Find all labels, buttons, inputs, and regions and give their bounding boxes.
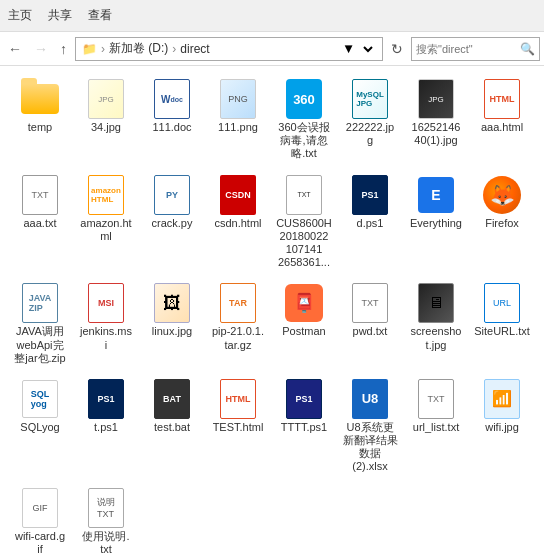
file-icon xyxy=(152,283,192,323)
file-item[interactable]: Wdoc111.doc xyxy=(140,74,204,166)
menu-view[interactable]: 查看 xyxy=(88,7,112,24)
file-label: pwd.txt xyxy=(353,325,388,338)
back-button[interactable]: ← xyxy=(4,39,26,59)
forward-button[interactable]: → xyxy=(30,39,52,59)
file-label: TEST.html xyxy=(213,421,264,434)
address-bar: ← → ↑ 📁 › 新加卷 (D:) › direct ▼ ↻ 🔍 xyxy=(0,32,544,66)
file-label: SiteURL.txt xyxy=(474,325,530,338)
file-item[interactable]: 📶wifi.jpg xyxy=(470,374,534,479)
search-input[interactable] xyxy=(416,43,516,55)
search-bar: 🔍 xyxy=(411,37,540,61)
file-icon: TXT xyxy=(416,379,456,419)
file-item[interactable]: PS1d.ps1 xyxy=(338,170,402,275)
file-item[interactable]: JPG1625214640(1).jpg xyxy=(404,74,468,166)
breadcrumb-drive[interactable]: 新加卷 (D:) xyxy=(109,40,168,57)
file-item[interactable]: GIFwifi-card.gif xyxy=(8,483,72,553)
file-label: t.ps1 xyxy=(94,421,118,434)
file-label: 111.png xyxy=(218,121,258,134)
file-icon: URL xyxy=(482,283,522,323)
file-icon: E xyxy=(416,175,456,215)
file-label: wifi.jpg xyxy=(485,421,519,434)
file-icon: GIF xyxy=(20,488,60,528)
file-item[interactable]: MySQLJPG222222.jpg xyxy=(338,74,402,166)
breadcrumb-sep2: › xyxy=(172,42,176,56)
file-icon: PY xyxy=(152,175,192,215)
file-icon: 说明TXT xyxy=(86,488,126,528)
file-label: 111.doc xyxy=(152,121,191,134)
file-label: wifi-card.gif xyxy=(15,530,65,553)
file-icon: amazonHTML xyxy=(86,175,126,215)
file-item[interactable]: BATtest.bat xyxy=(140,374,204,479)
file-icon: PNG xyxy=(218,79,258,119)
file-label: 1625214640(1).jpg xyxy=(412,121,461,147)
file-item[interactable]: TXTaaa.txt xyxy=(8,170,72,275)
file-icon: U8 xyxy=(350,379,390,419)
file-label: TTTT.ps1 xyxy=(281,421,327,434)
file-icon: CSDN xyxy=(218,175,258,215)
file-label: 34.jpg xyxy=(91,121,121,134)
menu-share[interactable]: 共享 xyxy=(48,7,72,24)
file-item[interactable]: URLSiteURL.txt xyxy=(470,278,534,370)
file-icon: 🦊 xyxy=(482,175,522,215)
file-item[interactable]: linux.jpg xyxy=(140,278,204,370)
file-icon: 🖥 xyxy=(416,283,456,323)
file-icon: TXT xyxy=(20,175,60,215)
file-label: crack.py xyxy=(152,217,193,230)
refresh-button[interactable]: ↻ xyxy=(387,39,407,59)
file-icon: MySQLJPG xyxy=(350,79,390,119)
menu-bar: 主页 共享 查看 xyxy=(8,7,112,24)
file-label: JAVA调用webApi完整jar包.zip xyxy=(14,325,65,365)
file-item[interactable]: SQLyogSQLyog xyxy=(8,374,72,479)
breadcrumb-separator: › xyxy=(101,42,105,56)
file-item[interactable]: TXTpwd.txt xyxy=(338,278,402,370)
file-item[interactable]: MSIjenkins.msi xyxy=(74,278,138,370)
file-icon: 📶 xyxy=(482,379,522,419)
search-icon[interactable]: 🔍 xyxy=(520,42,535,56)
file-item[interactable]: 🖥screenshot.jpg xyxy=(404,278,468,370)
path-dropdown[interactable]: ▼ xyxy=(334,37,376,61)
file-icon: PS1 xyxy=(86,379,126,419)
file-item[interactable]: 🦊Firefox xyxy=(470,170,534,275)
file-label: 使用说明.txt xyxy=(82,530,129,553)
breadcrumb[interactable]: 📁 › 新加卷 (D:) › direct ▼ xyxy=(75,37,383,61)
breadcrumb-folder[interactable]: direct xyxy=(180,42,209,56)
file-icon: PS1 xyxy=(284,379,324,419)
file-item[interactable]: CSDNcsdn.html xyxy=(206,170,270,275)
file-icon xyxy=(20,79,60,119)
file-icon: 📮 xyxy=(284,283,324,323)
file-label: jenkins.msi xyxy=(80,325,132,351)
file-label: 360会误报病毒,请忽略.txt xyxy=(278,121,329,161)
file-item[interactable]: 📮Postman xyxy=(272,278,336,370)
file-item[interactable]: HTMLTEST.html xyxy=(206,374,270,479)
file-item[interactable]: EEverything xyxy=(404,170,468,275)
menu-home[interactable]: 主页 xyxy=(8,7,32,24)
file-item[interactable]: PNG111.png xyxy=(206,74,270,166)
file-icon: TXT xyxy=(284,175,324,215)
file-label: SQLyog xyxy=(20,421,59,434)
file-item[interactable]: TXTCUS8600H201800221071412658361... xyxy=(272,170,336,275)
file-item[interactable]: 360360会误报病毒,请忽略.txt xyxy=(272,74,336,166)
file-item[interactable]: 说明TXT使用说明.txt xyxy=(74,483,138,553)
file-label: pip-21.0.1.tar.gz xyxy=(212,325,264,351)
file-label: amazon.html xyxy=(80,217,131,243)
file-icon: BAT xyxy=(152,379,192,419)
file-item[interactable]: JPG34.jpg xyxy=(74,74,138,166)
file-item[interactable]: PS1t.ps1 xyxy=(74,374,138,479)
file-item[interactable]: temp xyxy=(8,74,72,166)
file-label: CUS8600H201800221071412658361... xyxy=(276,217,332,270)
file-icon: JPG xyxy=(86,79,126,119)
file-label: linux.jpg xyxy=(152,325,192,338)
title-bar: 主页 共享 查看 xyxy=(0,0,544,32)
file-item[interactable]: HTMLaaa.html xyxy=(470,74,534,166)
file-item[interactable]: U8U8系统更新翻译结果数据(2).xlsx xyxy=(338,374,402,479)
file-item[interactable]: PYcrack.py xyxy=(140,170,204,275)
file-item[interactable]: TARpip-21.0.1.tar.gz xyxy=(206,278,270,370)
file-item[interactable]: PS1TTTT.ps1 xyxy=(272,374,336,479)
file-item[interactable]: JAVAZIPJAVA调用webApi完整jar包.zip xyxy=(8,278,72,370)
file-label: aaa.html xyxy=(481,121,523,134)
file-label: screenshot.jpg xyxy=(411,325,462,351)
file-label: aaa.txt xyxy=(23,217,56,230)
up-button[interactable]: ↑ xyxy=(56,39,71,59)
file-item[interactable]: amazonHTMLamazon.html xyxy=(74,170,138,275)
file-item[interactable]: TXTurl_list.txt xyxy=(404,374,468,479)
